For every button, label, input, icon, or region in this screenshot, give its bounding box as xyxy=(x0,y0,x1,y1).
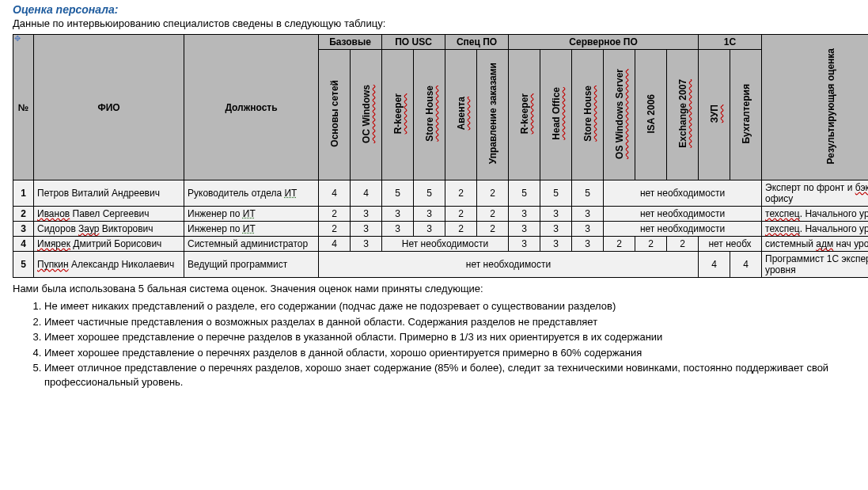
score-cell: 5 xyxy=(414,180,445,207)
row-position: Системный администратор xyxy=(184,237,319,252)
section-title: Оценка персонала: xyxy=(13,3,855,16)
row-position: Ведущий программист xyxy=(184,252,319,278)
row-number: 4 xyxy=(13,237,34,252)
row-result: техспец. Начального уровня xyxy=(762,207,868,222)
score-cell: 2 xyxy=(445,207,477,222)
score-cell: 3 xyxy=(572,207,604,222)
score-cell: 2 xyxy=(604,237,635,252)
row-fio: Пупкин Александр Николаевич xyxy=(34,252,184,278)
score-cell: 3 xyxy=(540,237,572,252)
row-fio: Сидоров Заур Викторович xyxy=(34,222,184,237)
group-base: Базовые xyxy=(319,35,382,50)
score-cell: 3 xyxy=(540,222,572,237)
skill-orders: Управление заказами xyxy=(477,50,509,180)
skill-winserver: OS Windows Server xyxy=(604,50,635,180)
score-cell: 2 xyxy=(319,207,351,222)
score-cell: 4 xyxy=(319,237,351,252)
score-cell: 3 xyxy=(509,237,540,252)
legend-item: Не имеет никаких представлений о разделе… xyxy=(44,299,855,313)
table-row: 1Петров Виталий АндреевичРуководитель от… xyxy=(13,180,869,207)
score-cell: 5 xyxy=(540,180,572,207)
row-position: Инженер по ИТ xyxy=(184,207,319,222)
score-cell: 2 xyxy=(445,180,477,207)
score-cell: 2 xyxy=(477,207,509,222)
legend-item: Имеет хорошее представление о перечнях р… xyxy=(44,346,855,360)
score-cell: 2 xyxy=(477,222,509,237)
group-usc: ПО USC xyxy=(382,35,445,50)
score-cell: 5 xyxy=(509,180,540,207)
row-number: 2 xyxy=(13,207,34,222)
legend-item: Имеет частичные представления о возможны… xyxy=(44,315,855,329)
skill-headoffice: Head Office xyxy=(540,50,572,180)
skill-rkeeper2: R-keeper xyxy=(509,50,540,180)
col-pos: Должность xyxy=(184,35,319,180)
score-cell: 3 xyxy=(572,222,604,237)
score-cell: 4 xyxy=(319,180,351,207)
score-cell: 3 xyxy=(382,207,414,222)
score-cell: 5 xyxy=(382,180,414,207)
row-fio: Имярек Дмитрий Борисович xyxy=(34,237,184,252)
skill-net: Основы сетей xyxy=(319,50,351,180)
score-cell: 2 xyxy=(667,237,699,252)
col-num: № xyxy=(13,35,34,180)
skill-zup: ЗУП xyxy=(699,50,730,180)
table-row: 2Иванов Павел СергеевичИнженер по ИТ2333… xyxy=(13,207,869,222)
table-row: 3Сидоров Заур ВикторовичИнженер по ИТ233… xyxy=(13,222,869,237)
merged-cell: нет необх xyxy=(699,237,762,252)
merged-cell: нет необходимости xyxy=(604,207,762,222)
score-cell: 2 xyxy=(477,180,509,207)
col-result: Результирующая оценка xyxy=(762,35,868,180)
score-cell: 3 xyxy=(509,222,540,237)
score-cell: 4 xyxy=(699,252,730,278)
skill-isa: ISA 2006 xyxy=(635,50,667,180)
score-cell: 4 xyxy=(730,252,762,278)
score-cell: 5 xyxy=(572,180,604,207)
merged-cell: нет необходимости xyxy=(604,222,762,237)
score-cell: 3 xyxy=(382,222,414,237)
row-result: системный адм нач уровня xyxy=(762,237,868,252)
row-position: Инженер по ИТ xyxy=(184,222,319,237)
score-cell: 3 xyxy=(414,222,445,237)
merged-cell: нет необходимости xyxy=(604,180,762,207)
skill-rkeeper: R-keeper xyxy=(382,50,414,180)
merged-cell: Нет необходимости xyxy=(382,237,509,252)
legend-item: Имеет отличное представление о перечнях … xyxy=(44,361,855,389)
intro-text: Данные по интервьюированию специалистов … xyxy=(13,17,855,29)
row-fio: Иванов Павел Сергеевич xyxy=(34,207,184,222)
legend-intro: Нами была использована 5 бальная система… xyxy=(13,283,855,294)
rating-legend: Не имеет никаких представлений о разделе… xyxy=(44,299,855,389)
skill-oswin: ОС Windows xyxy=(351,50,382,180)
score-cell: 3 xyxy=(572,237,604,252)
score-cell: 3 xyxy=(351,207,382,222)
score-cell: 2 xyxy=(635,237,667,252)
table-anchor-icon: ✥ xyxy=(14,34,21,43)
skill-storehouse2: Store House xyxy=(572,50,604,180)
score-cell: 3 xyxy=(509,207,540,222)
score-cell: 4 xyxy=(351,180,382,207)
row-number: 3 xyxy=(13,222,34,237)
row-number: 5 xyxy=(13,252,34,278)
score-cell: 3 xyxy=(414,207,445,222)
assessment-table: № ФИО Должность Базовые ПО USC Спец ПО С… xyxy=(13,34,868,278)
skill-buh: Бухгалтерия xyxy=(730,50,762,180)
table-row: 4Имярек Дмитрий БорисовичСистемный админ… xyxy=(13,237,869,252)
legend-item: Имеет хорошее представление о перечне ра… xyxy=(44,330,855,344)
score-cell: 2 xyxy=(445,222,477,237)
group-server: Серверное ПО xyxy=(509,35,699,50)
score-cell: 2 xyxy=(319,222,351,237)
group-spec: Спец ПО xyxy=(445,35,509,50)
score-cell: 3 xyxy=(540,207,572,222)
skill-storehouse: Store House xyxy=(414,50,445,180)
row-result: Эксперт по фронт и бэк офису xyxy=(762,180,868,207)
row-result: Программист 1С экспертного уровня xyxy=(762,252,868,278)
col-fio: ФИО xyxy=(34,35,184,180)
skill-aventa: Авента xyxy=(445,50,477,180)
score-cell: 3 xyxy=(351,237,382,252)
row-number: 1 xyxy=(13,180,34,207)
merged-cell: нет необходимости xyxy=(319,252,699,278)
row-result: техспец. Начального уровня xyxy=(762,222,868,237)
group-1c: 1С xyxy=(699,35,762,50)
row-position: Руководитель отдела ИТ xyxy=(184,180,319,207)
row-fio: Петров Виталий Андреевич xyxy=(34,180,184,207)
table-row: 5Пупкин Александр НиколаевичВедущий прог… xyxy=(13,252,869,278)
